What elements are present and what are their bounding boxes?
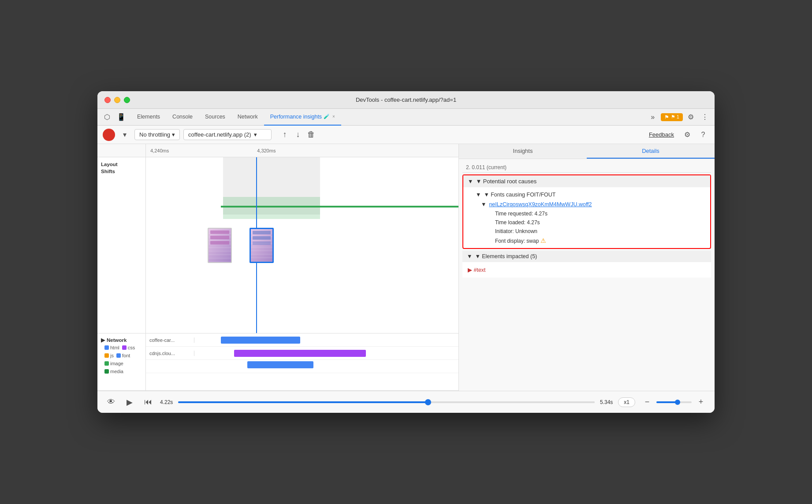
upload-icon[interactable]: ↑ (279, 129, 291, 141)
network-expand-icon: ▶ (101, 337, 105, 343)
tab-list: Elements Console Sources Network Perform… (131, 109, 647, 126)
download-icon[interactable]: ↓ (292, 129, 304, 141)
time-loaded-row: Time loaded: 4.27s (481, 218, 705, 227)
time-requested-row: Time requested: 4.27s (481, 209, 705, 218)
skip-to-start-button[interactable]: ⏮ (142, 396, 155, 409)
thumbnail-area (208, 228, 274, 263)
right-tab-bar: Insights Details (459, 144, 715, 159)
main-area: 4,240ms 4,320ms Layout Shifts (97, 144, 715, 391)
elements-header-title: ▼ Elements impacted (5) (475, 253, 537, 259)
font-display-row: Font display: swap ⚠ (481, 236, 705, 245)
timeline-marks: 4,240ms 4,320ms (146, 148, 458, 153)
timeline-scrubber[interactable] (178, 401, 595, 403)
image-label: image (110, 361, 123, 366)
media-dot (104, 369, 109, 374)
legend-html: html (104, 345, 119, 350)
throttling-dropdown[interactable]: No throttling ▾ (134, 129, 180, 140)
zoom-slider[interactable] (656, 401, 692, 403)
version-text: 2. 0.011 (current) (462, 163, 711, 173)
titlebar: DevTools - coffee-cart.netlify.app/?ad=1 (97, 91, 715, 109)
zoom-out-button[interactable]: − (641, 396, 654, 409)
layout-shifts-content (146, 157, 458, 333)
network-label-header[interactable]: ▶ Network (101, 337, 142, 343)
elements-header[interactable]: ▼ ▼ Elements impacted (5) (462, 251, 711, 262)
zoom-thumb[interactable] (675, 400, 680, 405)
font-details: ▼ neILzCirqoswsqX9zoKmM4MwWJU.woff2 Time… (469, 200, 705, 245)
legend-media: media (104, 369, 123, 374)
hash-text-row[interactable]: ▶ #text (468, 265, 706, 275)
speed-label: x1 (624, 399, 629, 405)
hash-text[interactable]: ▶ #text (468, 267, 486, 273)
play-button[interactable]: ▶ (123, 396, 136, 409)
css-dot (122, 345, 127, 350)
speed-badge[interactable]: x1 (618, 397, 635, 407)
tabs-right-actions: » ⚑ ⚑ 1 ⚙ ⋮ (647, 111, 711, 123)
screenshot-icon[interactable]: 👁 (104, 396, 118, 409)
close-button[interactable] (104, 97, 111, 103)
js-dot (104, 353, 109, 358)
network-bar-3 (247, 361, 313, 368)
layout-shifts-section: Layout Shifts (97, 157, 458, 334)
right-content: 2. 0.011 (current) ▼ ▼ Potential root ca… (459, 159, 715, 391)
tab-details[interactable]: Details (587, 144, 715, 159)
tab-insights[interactable]: Insights (459, 144, 587, 159)
network-row-1[interactable]: coffee-car... (146, 334, 458, 347)
scrubber-thumb[interactable] (425, 399, 431, 405)
elements-expand-icon: ▼ (467, 253, 472, 259)
tab-sources[interactable]: Sources (199, 109, 231, 126)
root-causes-expand-icon: ▼ (468, 178, 473, 185)
tab-console[interactable]: Console (166, 109, 199, 126)
tab-performance-insights[interactable]: Performance insights 🧪 × (264, 109, 341, 126)
tab-elements[interactable]: Elements (131, 109, 166, 126)
network-row-label-2: cdnjs.clou... (146, 351, 194, 356)
record-button[interactable] (103, 129, 115, 141)
network-row-3[interactable] (146, 360, 458, 373)
font-link-row: ▼ neILzCirqoswsqX9zoKmM4MwWJU.woff2 (481, 200, 705, 209)
legend-js: js (104, 353, 114, 358)
fonts-foit-label: ▼ Fonts causing FOIT/FOUT (484, 192, 555, 198)
cursor-icon[interactable]: ⬡ (101, 111, 113, 123)
potential-root-causes-section: ▼ ▼ Potential root causes ▼ ▼ Fonts caus… (462, 174, 711, 249)
maximize-button[interactable] (124, 97, 130, 103)
network-section: ▶ Network html css (97, 334, 458, 391)
url-dropdown[interactable]: coffee-cart.netlify.app (2) ▾ (183, 129, 272, 140)
network-row-2[interactable]: cdnjs.clou... (146, 347, 458, 360)
root-causes-header[interactable]: ▼ ▼ Potential root causes (463, 175, 710, 187)
left-panel: 4,240ms 4,320ms Layout Shifts (97, 144, 459, 391)
right-panel: Insights Details 2. 0.011 (current) ▼ ▼ … (459, 144, 715, 391)
network-bar-area-1 (194, 334, 458, 346)
delete-icon[interactable]: 🗑 (305, 129, 317, 141)
warning-icon: ⚠ (540, 237, 546, 244)
dropdown-arrow-record[interactable]: ▾ (119, 129, 131, 141)
settings-gear-icon[interactable]: ⚙ (681, 129, 693, 141)
tab-close-icon[interactable]: × (332, 114, 335, 119)
url-dropdown-arrow-icon: ▾ (254, 131, 257, 138)
frame-thumbnail-2[interactable] (250, 228, 274, 263)
settings-icon[interactable]: ⚙ (685, 111, 697, 123)
media-label: media (110, 369, 123, 374)
traffic-lights (104, 97, 130, 103)
frame-thumbnail-1[interactable] (208, 228, 232, 263)
network-bar-1 (221, 337, 300, 344)
end-time: 5.34s (600, 399, 613, 405)
network-row-label-1: coffee-car... (146, 337, 194, 343)
minimize-button[interactable] (114, 97, 120, 103)
font-link[interactable]: neILzCirqoswsqX9zoKmM4MwWJU.woff2 (489, 201, 592, 208)
fonts-foit-row[interactable]: ▼ ▼ Fonts causing FOIT/FOUT (469, 190, 705, 200)
more-options-icon[interactable]: ⋮ (699, 111, 711, 123)
feedback-link[interactable]: Feedback (649, 131, 674, 138)
more-tabs-button[interactable]: » (647, 111, 659, 123)
bell-icon: ⚑ (664, 114, 669, 120)
fonts-expand-icon: ▼ (476, 192, 481, 198)
device-icon[interactable]: 📱 (115, 111, 127, 123)
zoom-controls: − + (641, 396, 708, 409)
timeline-label-col (97, 144, 146, 157)
help-icon[interactable]: ? (697, 129, 709, 141)
devtools-tab-bar: ⬡ 📱 Elements Console Sources Network Per… (97, 109, 715, 126)
elements-impacted-section: ▼ ▼ Elements impacted (5) ▶ #text (462, 251, 711, 278)
notification-badge[interactable]: ⚑ ⚑ 1 (661, 113, 683, 121)
initiator-row: Initiator: Unknown (481, 227, 705, 236)
network-bar-area-2 (194, 347, 458, 359)
tab-network[interactable]: Network (231, 109, 264, 126)
zoom-in-button[interactable]: + (694, 396, 708, 409)
